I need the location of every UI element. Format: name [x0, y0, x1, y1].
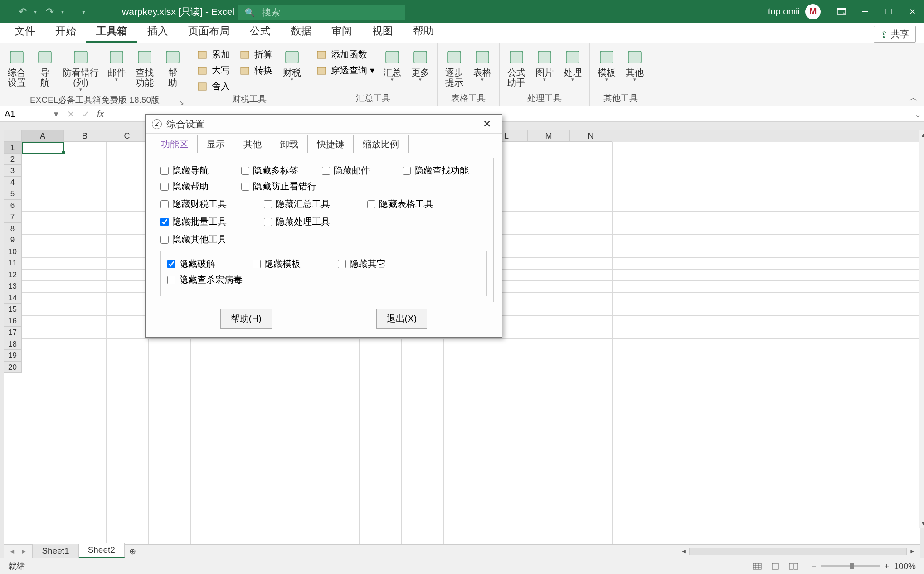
enter-icon[interactable]: ✓	[82, 109, 90, 120]
ribbon-button[interactable]: 处理▾	[559, 46, 586, 84]
ribbon-button[interactable]: 综合设置	[4, 46, 30, 89]
zoom-level[interactable]: 100%	[894, 561, 916, 571]
row-header[interactable]: 18	[4, 338, 22, 350]
row-header[interactable]: 15	[4, 304, 22, 315]
ribbon-button[interactable]: 查找功能	[131, 46, 158, 89]
column-header[interactable]: M	[528, 130, 570, 142]
ribbon-small-button[interactable]: 舍入	[194, 79, 234, 93]
row-header[interactable]: 14	[4, 292, 22, 304]
undo-dropdown[interactable]: ▾	[29, 5, 42, 19]
ribbon-small-button[interactable]: 折算	[236, 48, 277, 62]
formula-bar-expand-icon[interactable]: ⌄	[911, 106, 924, 121]
horizontal-scrollbar[interactable]: ◄►	[377, 545, 920, 558]
sheet-nav[interactable]: ◄ ►	[4, 545, 33, 558]
dialog-tab[interactable]: 快捷键	[308, 135, 354, 153]
row-header[interactable]: 8	[4, 223, 22, 235]
dialog-tab[interactable]: 卸载	[271, 135, 308, 153]
row-header[interactable]: 13	[4, 280, 22, 292]
hide-option-checkbox[interactable]: 隐藏导航	[160, 164, 229, 177]
hide-option-checkbox[interactable]: 隐藏其他工具	[160, 233, 229, 246]
hide-option-checkbox[interactable]: 隐藏表格工具	[367, 198, 458, 210]
row-header[interactable]: 10	[4, 246, 22, 258]
user-name[interactable]: top omii	[768, 6, 800, 17]
ribbon-button[interactable]: 帮助	[160, 46, 186, 89]
dialog-tab[interactable]: 缩放比例	[354, 135, 409, 153]
ribbon-small-button[interactable]: 添加函数	[313, 48, 377, 62]
sheet-tab[interactable]: Sheet1	[33, 544, 78, 558]
menu-tab-帮助[interactable]: 帮助	[403, 20, 444, 43]
column-header[interactable]: B	[64, 130, 106, 142]
ribbon-button[interactable]: 模板▾	[593, 46, 620, 84]
menu-tab-视图[interactable]: 视图	[362, 20, 403, 43]
hide-option-checkbox[interactable]: 隐藏邮件	[322, 164, 390, 177]
avatar[interactable]: M	[805, 4, 821, 19]
hide-option-checkbox[interactable]: 隐藏多标签	[241, 164, 309, 177]
ribbon-button[interactable]: 防看错行(列)▾	[60, 46, 102, 94]
ribbon-button[interactable]: 财税▾	[279, 46, 305, 84]
ribbon-button[interactable]: 导航	[32, 46, 58, 89]
redo-dropdown[interactable]: ▾	[56, 5, 69, 19]
hide-sub-option-checkbox[interactable]: 隐藏破解	[167, 258, 240, 270]
menu-tab-插入[interactable]: 插入	[137, 20, 178, 43]
fx-icon[interactable]: fx	[97, 109, 104, 119]
menu-tab-页面布局[interactable]: 页面布局	[178, 20, 240, 43]
vertical-scrollbar[interactable]: ▲▼	[919, 130, 924, 528]
collapse-ribbon-icon[interactable]: ︿	[909, 92, 918, 103]
menu-tab-审阅[interactable]: 审阅	[321, 20, 362, 43]
zoom-out-button[interactable]: −	[811, 561, 816, 571]
hide-sub-option-checkbox[interactable]: 隐藏查杀宏病毒	[167, 274, 243, 286]
page-layout-view-button[interactable]	[766, 560, 784, 573]
row-header[interactable]: 11	[4, 257, 22, 269]
ribbon-small-button[interactable]: 穿透查询 ▾	[313, 63, 377, 77]
name-box[interactable]: A1 ▾	[0, 106, 63, 121]
row-header[interactable]: 19	[4, 350, 22, 362]
row-header[interactable]: 16	[4, 315, 22, 327]
close-button[interactable]: ✕	[900, 0, 924, 23]
row-header[interactable]: 4	[4, 177, 22, 188]
row-header[interactable]: 20	[4, 362, 22, 373]
column-header[interactable]: A	[22, 130, 64, 142]
row-header[interactable]: 17	[4, 327, 22, 338]
ribbon-small-button[interactable]: 累加	[194, 48, 234, 62]
ribbon-button[interactable]: 公式助手	[503, 46, 530, 89]
minimize-button[interactable]: ─	[853, 0, 877, 23]
row-header[interactable]: 1	[4, 142, 22, 154]
dialog-tab[interactable]: 其他	[234, 135, 271, 153]
ribbon-button[interactable]: 表格▾	[469, 46, 496, 84]
hide-option-checkbox[interactable]: 隐藏查找功能	[403, 164, 471, 177]
menu-tab-公式[interactable]: 公式	[240, 20, 281, 43]
dialog-launcher-icon[interactable]: ↘	[179, 99, 184, 106]
hide-option-checkbox[interactable]: 隐藏防止看错行	[241, 180, 316, 193]
sheet-tab[interactable]: Sheet2	[79, 543, 125, 558]
ribbon-button[interactable]: 其他▾	[622, 46, 648, 84]
hide-option-checkbox[interactable]: 隐藏财税工具	[160, 198, 251, 210]
hide-option-checkbox[interactable]: 隐藏批量工具	[160, 216, 251, 228]
undo-icon[interactable]: ↶	[16, 5, 29, 19]
dialog-close-button[interactable]: ✕	[478, 116, 496, 132]
cancel-icon[interactable]: ✕	[67, 109, 75, 120]
maximize-button[interactable]: ☐	[877, 0, 900, 23]
hide-sub-option-checkbox[interactable]: 隐藏其它	[338, 258, 410, 270]
name-box-dropdown-icon[interactable]: ▾	[54, 109, 58, 119]
ribbon-button[interactable]: 更多▾	[407, 46, 433, 84]
row-header[interactable]: 3	[4, 165, 22, 177]
row-header[interactable]: 9	[4, 234, 22, 246]
ribbon-button[interactable]: 图片▾	[531, 46, 558, 84]
select-all-corner[interactable]	[4, 130, 22, 142]
zoom-in-button[interactable]: +	[884, 561, 889, 571]
zoom-slider[interactable]	[821, 565, 880, 567]
row-header[interactable]: 6	[4, 200, 22, 212]
qat-customize-dropdown[interactable]: ▾	[77, 5, 90, 19]
active-cell[interactable]	[22, 142, 64, 154]
ribbon-button[interactable]: 汇总▾	[379, 46, 405, 84]
redo-icon[interactable]: ↷	[43, 5, 57, 19]
hide-option-checkbox[interactable]: 隐藏帮助	[160, 180, 229, 193]
ribbon-button[interactable]: 邮件▾	[103, 46, 130, 84]
hide-option-checkbox[interactable]: 隐藏汇总工具	[264, 198, 355, 210]
ribbon-display-options-icon[interactable]	[830, 0, 853, 23]
dialog-tab[interactable]: 功能区	[152, 135, 198, 153]
menu-tab-开始[interactable]: 开始	[45, 20, 86, 43]
ribbon-button[interactable]: 逐步提示	[441, 46, 467, 89]
column-header[interactable]: C	[106, 130, 148, 142]
hide-sub-option-checkbox[interactable]: 隐藏模板	[253, 258, 325, 270]
